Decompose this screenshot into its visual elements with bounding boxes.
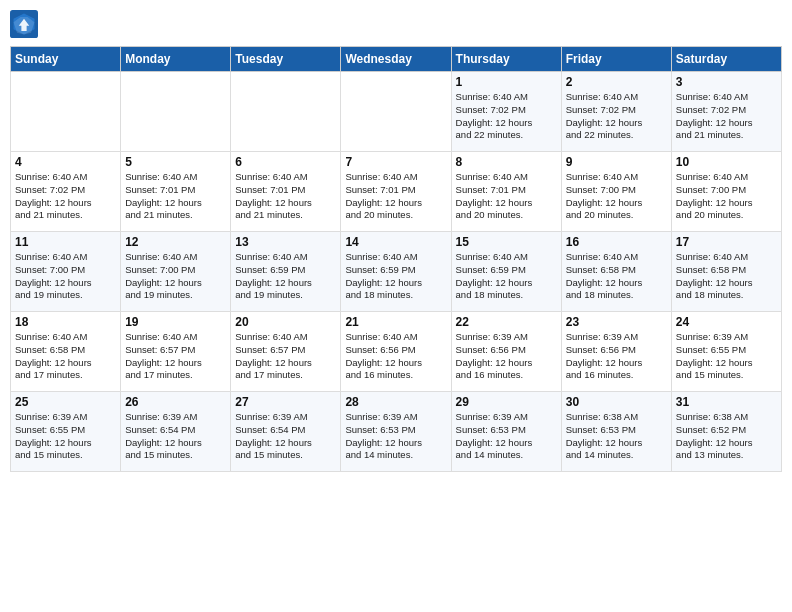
day-info: Sunrise: 6:40 AM Sunset: 6:59 PM Dayligh… bbox=[235, 251, 336, 302]
day-number: 15 bbox=[456, 235, 557, 249]
day-number: 1 bbox=[456, 75, 557, 89]
day-cell: 28Sunrise: 6:39 AM Sunset: 6:53 PM Dayli… bbox=[341, 392, 451, 472]
day-info: Sunrise: 6:38 AM Sunset: 6:52 PM Dayligh… bbox=[676, 411, 777, 462]
day-cell: 1Sunrise: 6:40 AM Sunset: 7:02 PM Daylig… bbox=[451, 72, 561, 152]
day-cell: 13Sunrise: 6:40 AM Sunset: 6:59 PM Dayli… bbox=[231, 232, 341, 312]
day-info: Sunrise: 6:40 AM Sunset: 6:58 PM Dayligh… bbox=[566, 251, 667, 302]
day-info: Sunrise: 6:40 AM Sunset: 7:00 PM Dayligh… bbox=[15, 251, 116, 302]
day-cell: 25Sunrise: 6:39 AM Sunset: 6:55 PM Dayli… bbox=[11, 392, 121, 472]
week-row-4: 18Sunrise: 6:40 AM Sunset: 6:58 PM Dayli… bbox=[11, 312, 782, 392]
day-info: Sunrise: 6:38 AM Sunset: 6:53 PM Dayligh… bbox=[566, 411, 667, 462]
day-info: Sunrise: 6:39 AM Sunset: 6:54 PM Dayligh… bbox=[235, 411, 336, 462]
day-number: 23 bbox=[566, 315, 667, 329]
day-cell: 20Sunrise: 6:40 AM Sunset: 6:57 PM Dayli… bbox=[231, 312, 341, 392]
day-number: 24 bbox=[676, 315, 777, 329]
day-cell: 14Sunrise: 6:40 AM Sunset: 6:59 PM Dayli… bbox=[341, 232, 451, 312]
day-header-sunday: Sunday bbox=[11, 47, 121, 72]
day-cell: 31Sunrise: 6:38 AM Sunset: 6:52 PM Dayli… bbox=[671, 392, 781, 472]
day-number: 13 bbox=[235, 235, 336, 249]
day-info: Sunrise: 6:40 AM Sunset: 6:57 PM Dayligh… bbox=[235, 331, 336, 382]
day-number: 19 bbox=[125, 315, 226, 329]
day-number: 5 bbox=[125, 155, 226, 169]
day-info: Sunrise: 6:39 AM Sunset: 6:55 PM Dayligh… bbox=[676, 331, 777, 382]
day-number: 8 bbox=[456, 155, 557, 169]
day-number: 10 bbox=[676, 155, 777, 169]
week-row-2: 4Sunrise: 6:40 AM Sunset: 7:02 PM Daylig… bbox=[11, 152, 782, 232]
day-info: Sunrise: 6:40 AM Sunset: 7:01 PM Dayligh… bbox=[456, 171, 557, 222]
day-info: Sunrise: 6:39 AM Sunset: 6:55 PM Dayligh… bbox=[15, 411, 116, 462]
day-cell: 12Sunrise: 6:40 AM Sunset: 7:00 PM Dayli… bbox=[121, 232, 231, 312]
day-info: Sunrise: 6:40 AM Sunset: 7:01 PM Dayligh… bbox=[125, 171, 226, 222]
calendar-table: SundayMondayTuesdayWednesdayThursdayFrid… bbox=[10, 46, 782, 472]
day-info: Sunrise: 6:39 AM Sunset: 6:53 PM Dayligh… bbox=[456, 411, 557, 462]
day-cell: 18Sunrise: 6:40 AM Sunset: 6:58 PM Dayli… bbox=[11, 312, 121, 392]
day-info: Sunrise: 6:40 AM Sunset: 6:58 PM Dayligh… bbox=[676, 251, 777, 302]
day-header-row: SundayMondayTuesdayWednesdayThursdayFrid… bbox=[11, 47, 782, 72]
calendar-header: SundayMondayTuesdayWednesdayThursdayFrid… bbox=[11, 47, 782, 72]
day-number: 28 bbox=[345, 395, 446, 409]
day-info: Sunrise: 6:40 AM Sunset: 6:58 PM Dayligh… bbox=[15, 331, 116, 382]
day-header-saturday: Saturday bbox=[671, 47, 781, 72]
day-cell bbox=[121, 72, 231, 152]
day-info: Sunrise: 6:40 AM Sunset: 6:59 PM Dayligh… bbox=[456, 251, 557, 302]
day-number: 26 bbox=[125, 395, 226, 409]
logo bbox=[10, 10, 42, 38]
day-cell: 30Sunrise: 6:38 AM Sunset: 6:53 PM Dayli… bbox=[561, 392, 671, 472]
day-cell: 26Sunrise: 6:39 AM Sunset: 6:54 PM Dayli… bbox=[121, 392, 231, 472]
day-cell: 3Sunrise: 6:40 AM Sunset: 7:02 PM Daylig… bbox=[671, 72, 781, 152]
day-number: 20 bbox=[235, 315, 336, 329]
day-number: 25 bbox=[15, 395, 116, 409]
day-number: 6 bbox=[235, 155, 336, 169]
day-info: Sunrise: 6:40 AM Sunset: 7:02 PM Dayligh… bbox=[566, 91, 667, 142]
day-cell: 6Sunrise: 6:40 AM Sunset: 7:01 PM Daylig… bbox=[231, 152, 341, 232]
week-row-1: 1Sunrise: 6:40 AM Sunset: 7:02 PM Daylig… bbox=[11, 72, 782, 152]
day-cell: 7Sunrise: 6:40 AM Sunset: 7:01 PM Daylig… bbox=[341, 152, 451, 232]
day-number: 12 bbox=[125, 235, 226, 249]
day-cell: 16Sunrise: 6:40 AM Sunset: 6:58 PM Dayli… bbox=[561, 232, 671, 312]
day-info: Sunrise: 6:40 AM Sunset: 7:01 PM Dayligh… bbox=[235, 171, 336, 222]
day-number: 27 bbox=[235, 395, 336, 409]
day-number: 14 bbox=[345, 235, 446, 249]
day-header-tuesday: Tuesday bbox=[231, 47, 341, 72]
day-number: 4 bbox=[15, 155, 116, 169]
day-number: 7 bbox=[345, 155, 446, 169]
day-number: 31 bbox=[676, 395, 777, 409]
day-number: 21 bbox=[345, 315, 446, 329]
day-header-thursday: Thursday bbox=[451, 47, 561, 72]
day-cell: 8Sunrise: 6:40 AM Sunset: 7:01 PM Daylig… bbox=[451, 152, 561, 232]
day-number: 2 bbox=[566, 75, 667, 89]
page-header bbox=[10, 10, 782, 38]
day-number: 16 bbox=[566, 235, 667, 249]
day-number: 17 bbox=[676, 235, 777, 249]
calendar-body: 1Sunrise: 6:40 AM Sunset: 7:02 PM Daylig… bbox=[11, 72, 782, 472]
day-cell: 19Sunrise: 6:40 AM Sunset: 6:57 PM Dayli… bbox=[121, 312, 231, 392]
day-cell: 29Sunrise: 6:39 AM Sunset: 6:53 PM Dayli… bbox=[451, 392, 561, 472]
day-cell bbox=[11, 72, 121, 152]
day-info: Sunrise: 6:40 AM Sunset: 7:02 PM Dayligh… bbox=[15, 171, 116, 222]
day-cell bbox=[231, 72, 341, 152]
day-info: Sunrise: 6:40 AM Sunset: 7:02 PM Dayligh… bbox=[456, 91, 557, 142]
day-cell: 11Sunrise: 6:40 AM Sunset: 7:00 PM Dayli… bbox=[11, 232, 121, 312]
day-header-wednesday: Wednesday bbox=[341, 47, 451, 72]
day-info: Sunrise: 6:40 AM Sunset: 7:01 PM Dayligh… bbox=[345, 171, 446, 222]
day-info: Sunrise: 6:39 AM Sunset: 6:56 PM Dayligh… bbox=[566, 331, 667, 382]
day-info: Sunrise: 6:40 AM Sunset: 6:59 PM Dayligh… bbox=[345, 251, 446, 302]
day-header-monday: Monday bbox=[121, 47, 231, 72]
week-row-5: 25Sunrise: 6:39 AM Sunset: 6:55 PM Dayli… bbox=[11, 392, 782, 472]
day-cell: 5Sunrise: 6:40 AM Sunset: 7:01 PM Daylig… bbox=[121, 152, 231, 232]
day-number: 9 bbox=[566, 155, 667, 169]
day-number: 18 bbox=[15, 315, 116, 329]
day-cell bbox=[341, 72, 451, 152]
day-number: 22 bbox=[456, 315, 557, 329]
day-header-friday: Friday bbox=[561, 47, 671, 72]
day-cell: 2Sunrise: 6:40 AM Sunset: 7:02 PM Daylig… bbox=[561, 72, 671, 152]
day-cell: 17Sunrise: 6:40 AM Sunset: 6:58 PM Dayli… bbox=[671, 232, 781, 312]
day-info: Sunrise: 6:39 AM Sunset: 6:53 PM Dayligh… bbox=[345, 411, 446, 462]
day-cell: 23Sunrise: 6:39 AM Sunset: 6:56 PM Dayli… bbox=[561, 312, 671, 392]
day-info: Sunrise: 6:40 AM Sunset: 6:56 PM Dayligh… bbox=[345, 331, 446, 382]
day-number: 30 bbox=[566, 395, 667, 409]
day-cell: 27Sunrise: 6:39 AM Sunset: 6:54 PM Dayli… bbox=[231, 392, 341, 472]
day-info: Sunrise: 6:40 AM Sunset: 6:57 PM Dayligh… bbox=[125, 331, 226, 382]
day-info: Sunrise: 6:40 AM Sunset: 7:02 PM Dayligh… bbox=[676, 91, 777, 142]
day-info: Sunrise: 6:40 AM Sunset: 7:00 PM Dayligh… bbox=[676, 171, 777, 222]
